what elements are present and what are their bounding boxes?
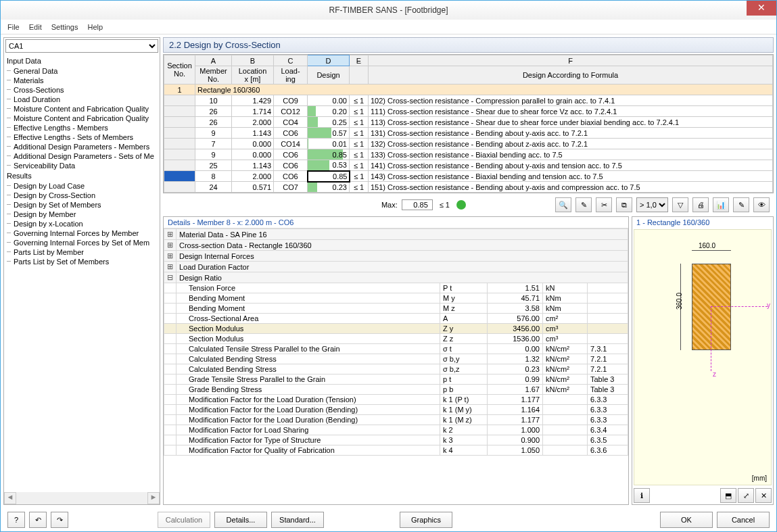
tree-item[interactable]: Governing Internal Forces by Member [4,228,160,238]
details-button[interactable]: Details... [214,512,267,528]
filter-select[interactable]: > 1,0 [636,197,668,212]
preview-panel: 1 - Rectangle 160/360 160.0 360.0 y z [m… [632,216,774,505]
graphics-button[interactable]: Graphics [400,512,452,528]
details-group[interactable]: ⊞Design Internal Forces [164,251,628,262]
scroll-right[interactable]: ► [147,492,160,504]
tree-item[interactable]: Materials [4,76,160,85]
load-case-select[interactable]: CA1 [5,39,158,53]
next-button[interactable]: ↷ [51,512,68,528]
details-group[interactable]: ⊞Cross-section Data - Rectangle 160/360 [164,240,628,251]
help-button[interactable]: ? [7,512,25,528]
table-row[interactable]: 90.000CO60.85≤ 1133) Cross-section resis… [164,149,773,160]
details-row: Modification Factor for the Load Duratio… [164,395,628,405]
cancel-button[interactable]: Cancel [717,512,770,528]
sidebar: CA1 Input DataGeneral DataMaterialsCross… [3,37,160,505]
tree-item[interactable]: Load Duration [4,95,160,104]
table-row[interactable]: 82.000CO60.85≤ 1143) Cross-section resis… [164,171,773,182]
details-row: Grade Bending Stressp b1.67kN/cm²Table 3 [164,385,628,395]
tool-5[interactable]: 🖨 [692,197,709,212]
standard-button[interactable]: Standard... [271,512,324,528]
max-label: Max: [381,201,398,209]
tool-eye[interactable]: 👁 [753,197,770,212]
tree-item[interactable]: Moisture Content and Fabrication Quality [4,104,160,114]
table-row[interactable]: 251.143CO60.53≤ 1141) Cross-section resi… [164,160,773,171]
table-row[interactable]: 91.143CO60.57≤ 1131) Cross-section resis… [164,128,773,139]
tree-item[interactable]: Moisture Content and Fabrication Quality [4,114,160,123]
tree-item[interactable]: Serviceability Data [4,161,160,170]
tool-4[interactable]: ⧉ [616,197,632,212]
details-group[interactable]: ⊞Material Data - SA Pine 16 [164,229,628,240]
tree-group[interactable]: Input Data [4,55,160,66]
details-row: Bending MomentM z3.58kNm [164,304,628,314]
table-row[interactable]: 70.000CO140.01≤ 1132) Cross-section resi… [164,139,773,149]
tool-7[interactable]: ✎ [733,197,749,212]
details-row: Calculated Tensile Stress Parallel to th… [164,344,628,354]
details-row: Modification Factor for Quality of Fabri… [164,445,628,456]
section-heading: 2.2 Design by Cross-Section [163,37,774,53]
tool-2[interactable]: ✎ [575,197,592,212]
tool-6[interactable]: 📊 [713,197,729,212]
details-row: Modification Factor for the Load Duratio… [164,415,628,425]
max-value: 0.85 [402,199,433,210]
table-row[interactable]: 261.714CO120.20≤ 1111) Cross-section res… [164,106,773,117]
table-row[interactable]: 262.000CO40.25≤ 1113) Cross-section resi… [164,117,773,128]
table-row[interactable]: 240.571CO70.23≤ 1151) Cross-section resi… [164,182,773,193]
details-group[interactable]: ⊞Load Duration Factor [164,262,628,272]
tree-item[interactable]: Design by Load Case [4,181,160,191]
tree-item[interactable]: Effective Lengths - Sets of Members [4,132,160,142]
tree-group[interactable]: Results [4,170,160,181]
info-icon[interactable]: ℹ [634,488,650,503]
preview-canvas[interactable]: 160.0 360.0 y z [mm] [634,229,772,485]
details-row: Grade Tensile Stress Parallel to the Gra… [164,374,628,385]
tree-item[interactable]: Design by x-Location [4,219,160,228]
details-group[interactable]: ⊟Design Ratio [164,272,628,283]
tree-item[interactable]: Design by Set of Members [4,200,160,210]
menu-file[interactable]: File [7,23,20,31]
tool-1[interactable]: 🔍 [555,197,571,212]
window-title: RF-TIMBER SANS - [Footbridge] [6,5,771,15]
tree-item[interactable]: Additional Design Parameters - Sets of M… [4,151,160,161]
tree-item[interactable]: Governing Internal Forces by Set of Mem [4,238,160,247]
preview-btn-1[interactable]: ⬒ [720,488,736,503]
details-row: Cross-Sectional AreaA576.00cm² [164,314,628,324]
section-shape [692,264,731,350]
max-le: ≤ 1 [437,200,452,210]
ok-icon [456,200,466,210]
scroll-track[interactable] [16,492,147,504]
ok-button[interactable]: OK [660,512,713,528]
tree-item[interactable]: Design by Member [4,210,160,219]
tree-item[interactable]: Parts List by Member [4,247,160,257]
footer: ? ↶ ↷ Calculation Details... Standard...… [1,508,776,532]
tree-item[interactable]: Parts List by Set of Members [4,257,160,266]
preview-btn-2[interactable]: ⤢ [738,488,754,503]
scroll-left[interactable]: ◄ [4,492,16,504]
close-button[interactable]: ✕ [747,1,776,16]
prev-button[interactable]: ↶ [29,512,47,528]
details-row: Modification Factor for Type of Structur… [164,435,628,445]
results-grid[interactable]: SectionNo. A B C D E F MemberNo. Locatio… [163,54,774,193]
table-row[interactable]: 101.429CO90.00≤ 1102) Cross-section resi… [164,95,773,106]
menubar: File Edit Settings Help [1,20,776,34]
preview-btn-3[interactable]: ✕ [755,488,772,503]
tree-item[interactable]: Design by Cross-Section [4,191,160,200]
tool-3[interactable]: ✂ [596,197,612,212]
details-row: Tension ForceP t1.51kN [164,283,628,293]
details-row: Modification Factor for the Load Duratio… [164,405,628,415]
details-row: Calculated Bending Stressσ b,z0.23kN/cm²… [164,364,628,374]
calculation-button[interactable]: Calculation [158,512,210,528]
tree-item[interactable]: Additional Design Parameters - Members [4,142,160,151]
details-row: Calculated Bending Stressσ b,y1.32kN/cm²… [164,354,628,364]
tool-filter[interactable]: ▽ [672,197,688,212]
menu-help[interactable]: Help [87,23,103,31]
tree-item[interactable]: General Data [4,66,160,76]
titlebar: RF-TIMBER SANS - [Footbridge] ✕ [1,1,776,20]
menu-edit[interactable]: Edit [29,23,42,31]
preview-title: 1 - Rectangle 160/360 [632,217,773,228]
tree-item[interactable]: Cross-Sections [4,85,160,95]
details-row: Section ModulusZ z1536.00cm³ [164,334,628,344]
menu-settings[interactable]: Settings [51,23,78,31]
details-row: Modification Factor for Load Sharingk 21… [164,425,628,435]
nav-tree[interactable]: Input DataGeneral DataMaterialsCross-Sec… [4,54,160,492]
details-row: Bending MomentM y45.71kNm [164,293,628,304]
tree-item[interactable]: Effective Lengths - Members [4,123,160,132]
